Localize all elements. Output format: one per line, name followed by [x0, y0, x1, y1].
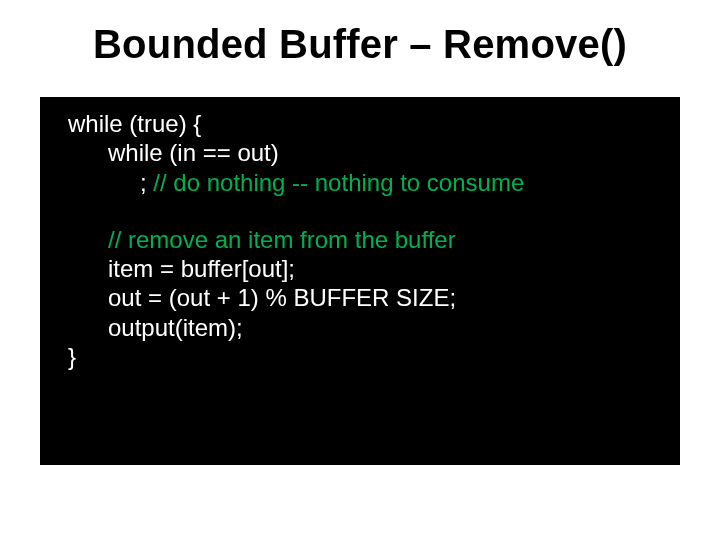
code-block: while (true) { while (in == out) ; // do…: [40, 97, 680, 465]
code-line: while (true) {: [48, 109, 672, 138]
code-text: while (in == out): [108, 139, 279, 166]
code-text: }: [68, 343, 76, 370]
code-line: // remove an item from the buffer: [48, 225, 672, 254]
code-text: item = buffer[out];: [108, 255, 295, 282]
blank-line: [48, 197, 672, 225]
code-text: ;: [140, 169, 153, 196]
slide-title: Bounded Buffer – Remove(): [0, 0, 720, 97]
code-line: out = (out + 1) % BUFFER SIZE;: [48, 283, 672, 312]
code-line: while (in == out): [48, 138, 672, 167]
code-text: out = (out + 1) % BUFFER SIZE;: [108, 284, 456, 311]
slide: Bounded Buffer – Remove() while (true) {…: [0, 0, 720, 540]
code-comment: // do nothing -- nothing to consume: [153, 169, 524, 196]
code-line: output(item);: [48, 313, 672, 342]
code-line: }: [48, 342, 672, 371]
code-line: item = buffer[out];: [48, 254, 672, 283]
code-comment: // remove an item from the buffer: [108, 226, 456, 253]
code-line: ; // do nothing -- nothing to consume: [48, 168, 672, 197]
code-text: while (true) {: [68, 110, 201, 137]
code-text: output(item);: [108, 314, 243, 341]
